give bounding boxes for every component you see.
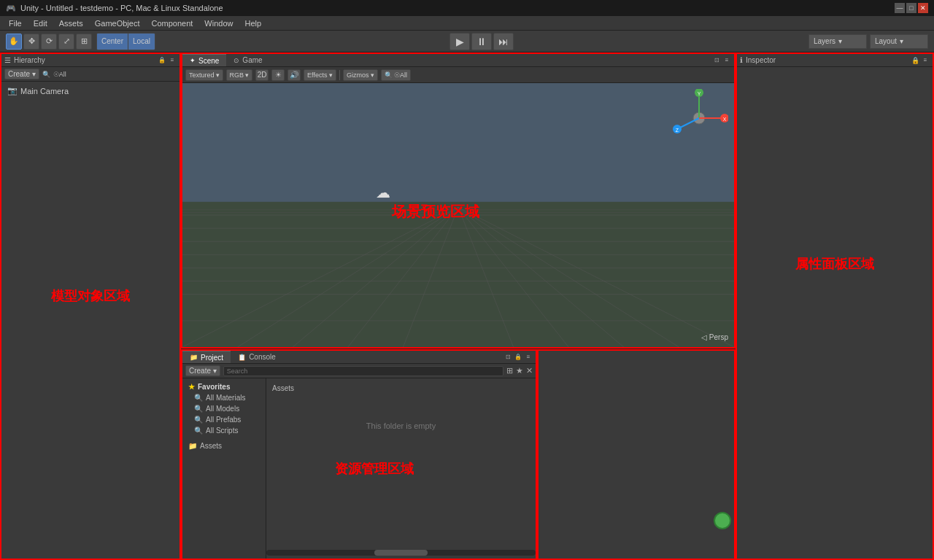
close-button[interactable]: ✕ <box>918 3 928 13</box>
hierarchy-panel: ☰ Hierarchy 🔒 ≡ Create ▾ 🔍 ☉All 📷 Main C… <box>0 52 181 560</box>
menu-edit[interactable]: Edit <box>28 18 53 29</box>
all-btn[interactable]: 🔍 ☉All <box>381 69 411 81</box>
transform-scale-tool[interactable]: ⤢ <box>58 34 74 50</box>
pause-button[interactable]: ⏸ <box>471 33 492 50</box>
hierarchy-main-camera[interactable]: 📷 Main Camera <box>1 85 180 97</box>
project-maximize-icon[interactable]: ⊡ <box>503 353 512 362</box>
favorites-star-icon: ★ <box>188 383 195 391</box>
effects-dropdown[interactable]: Effects ▾ <box>304 69 336 81</box>
search-scripts-icon: 🔍 <box>194 427 203 435</box>
console-tab[interactable]: 📋 Console <box>231 351 283 363</box>
all-label: ☉All <box>394 71 407 79</box>
search-models-icon: 🔍 <box>194 405 203 413</box>
transform-rotate-tool[interactable]: ⟳ <box>41 34 57 50</box>
scene-red-label: 场景预览区域 <box>392 202 479 222</box>
project-panel-controls: ⊡ 🔒 ≡ <box>503 353 536 362</box>
scene-menu-icon[interactable]: ≡ <box>722 56 731 65</box>
hierarchy-search-label[interactable]: ☉All <box>53 71 66 78</box>
pivot-local-btn[interactable]: Local <box>128 34 155 50</box>
menu-window[interactable]: Window <box>198 18 239 29</box>
all-models-label: All Models <box>206 405 239 413</box>
console-tab-label: Console <box>249 353 276 361</box>
scene-toolbar-sep <box>339 70 340 80</box>
transform-move-tool[interactable]: ✥ <box>23 34 39 50</box>
hierarchy-menu-icon[interactable]: ≡ <box>168 56 177 65</box>
gizmos-dropdown[interactable]: Gizmos ▾ <box>343 69 378 81</box>
2d-label: 2D <box>258 71 267 79</box>
scene-maximize-icon[interactable]: ⊡ <box>712 56 721 65</box>
project-all-prefabs-item[interactable]: 🔍 All Prefabs <box>182 414 266 425</box>
all-scripts-label: All Scripts <box>206 427 238 435</box>
scene-game-area: ✦ Scene ⊙ Game ⊡ ≡ Textured ▾ <box>181 52 736 349</box>
inspector-red-label: 属性面板区域 <box>795 255 874 273</box>
title-bar: 🎮 Unity - Untitled - testdemo - PC, Mac … <box>0 0 934 16</box>
play-button[interactable]: ▶ <box>449 33 470 50</box>
transform-hand-tool[interactable]: ✋ <box>6 34 22 50</box>
pivot-center-btn[interactable]: Center <box>97 34 128 50</box>
audio-btn[interactable]: 🔊 <box>287 69 301 81</box>
scene-tab-icon: ✦ <box>190 57 196 64</box>
project-lock-icon[interactable]: 🔒 <box>514 353 522 362</box>
svg-rect-1 <box>182 202 734 347</box>
menu-gameobject[interactable]: GameObject <box>89 18 146 29</box>
project-menu-icon[interactable]: ≡ <box>524 353 533 362</box>
transform-tools: ✋ ✥ ⟳ ⤢ ⊞ <box>6 34 92 50</box>
game-tab[interactable]: ⊙ Game <box>226 54 269 66</box>
inspector-menu-icon[interactable]: ≡ <box>921 56 930 65</box>
hierarchy-panel-icon: ☰ <box>4 56 11 64</box>
hierarchy-lock-icon[interactable]: 🔒 <box>158 56 166 65</box>
layout-dropdown[interactable]: Layout ▾ <box>870 34 928 49</box>
gizmo-svg: Y X Z <box>670 89 728 147</box>
project-red-label: 资源管理区域 <box>335 460 414 478</box>
layers-dropdown[interactable]: Layers ▾ <box>808 34 867 49</box>
center-panel: ✦ Scene ⊙ Game ⊡ ≡ Textured ▾ <box>181 52 736 560</box>
menu-help[interactable]: Help <box>239 18 267 29</box>
rgb-dropdown[interactable]: RGB ▾ <box>226 69 253 81</box>
project-all-scripts-item[interactable]: 🔍 All Scripts <box>182 425 266 436</box>
search-small-icon: 🔍 <box>385 71 393 79</box>
inspector-panel-controls: 🔒 ≡ <box>911 56 930 65</box>
scene-tab-label: Scene <box>198 57 219 65</box>
inspector-header: ℹ Inspector 🔒 ≡ <box>737 54 933 67</box>
project-search-input[interactable] <box>223 366 503 376</box>
project-close-icon[interactable]: ✕ <box>526 366 533 376</box>
layers-arrow-icon: ▾ <box>838 37 842 45</box>
assets-folder-icon: 📁 <box>188 442 197 450</box>
project-scrollbar-thumb[interactable] <box>374 550 428 556</box>
transform-rect-tool[interactable]: ⊞ <box>76 34 92 50</box>
hierarchy-search-icon: 🔍 <box>42 71 50 78</box>
scene-toolbar: Textured ▾ RGB ▾ 2D ☀ 🔊 Effects ▾ Gizmos… <box>182 67 734 83</box>
maximize-button[interactable]: □ <box>906 3 916 13</box>
layers-label: Layers <box>814 37 835 45</box>
menu-component[interactable]: Component <box>145 18 198 29</box>
step-button[interactable]: ⏭ <box>493 33 514 50</box>
menu-file[interactable]: File <box>3 18 28 29</box>
project-all-materials-item[interactable]: 🔍 All Materials <box>182 392 266 403</box>
project-sidebar: ★ Favorites 🔍 All Materials 🔍 All Models <box>182 378 266 559</box>
empty-folder-message: This folder is empty <box>272 421 530 430</box>
hierarchy-create-btn[interactable]: Create ▾ <box>4 69 39 79</box>
project-scrollbar-track <box>266 550 536 556</box>
scene-panel-controls: ⊡ ≡ <box>712 56 734 65</box>
main-camera-label: Main Camera <box>20 87 69 96</box>
project-sort-icon[interactable]: ⊞ <box>506 366 513 376</box>
project-star-icon[interactable]: ★ <box>516 366 523 376</box>
scene-tabs: ✦ Scene ⊙ Game ⊡ ≡ <box>182 54 734 67</box>
title-bar-controls: — □ ✕ <box>895 3 928 13</box>
project-all-models-item[interactable]: 🔍 All Models <box>182 403 266 414</box>
menu-assets[interactable]: Assets <box>53 18 89 29</box>
minimize-button[interactable]: — <box>895 3 905 13</box>
unity-icon: 🎮 <box>6 4 16 13</box>
2d-btn[interactable]: 2D <box>255 69 269 81</box>
project-create-btn[interactable]: Create ▾ <box>185 365 220 376</box>
project-assets-item[interactable]: 📁 Assets <box>182 440 266 451</box>
scene-viewport[interactable]: ☁ Y X <box>182 83 734 347</box>
textured-dropdown[interactable]: Textured ▾ <box>185 69 223 81</box>
scene-tab[interactable]: ✦ Scene <box>182 54 226 66</box>
hierarchy-red-label: 模型对象区域 <box>51 287 130 305</box>
lighting-btn[interactable]: ☀ <box>271 69 285 81</box>
inspector-lock-icon[interactable]: 🔒 <box>911 56 919 65</box>
hierarchy-panel-controls: 🔒 ≡ <box>158 56 177 65</box>
project-favorites-item[interactable]: ★ Favorites <box>182 381 266 392</box>
project-tab[interactable]: 📁 Project <box>182 351 231 363</box>
